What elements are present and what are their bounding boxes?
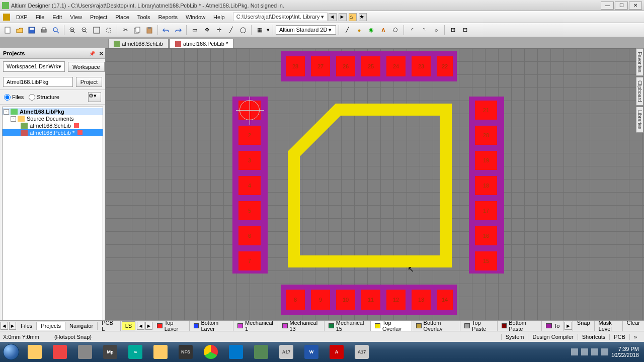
select-icon[interactable]: ▭ bbox=[189, 25, 200, 36]
minimize-button[interactable]: — bbox=[601, 2, 614, 10]
layer-nav-end[interactable]: ► bbox=[565, 322, 572, 330]
radio-structure[interactable]: Structure bbox=[29, 94, 59, 101]
menu-reports[interactable]: Reports bbox=[154, 13, 182, 22]
track-icon[interactable]: ╱ bbox=[225, 25, 236, 36]
btab-projects[interactable]: Projects bbox=[37, 322, 65, 330]
btab-nav-left[interactable]: ◄ bbox=[1, 322, 8, 330]
snap-button[interactable]: Snap bbox=[573, 320, 594, 331]
menu-dxp[interactable]: DXP bbox=[12, 13, 32, 22]
taskbar-altium1[interactable]: A17 bbox=[274, 343, 298, 361]
zoom-out-icon[interactable] bbox=[79, 25, 90, 36]
crosshair-icon[interactable]: ✛ bbox=[213, 25, 224, 36]
pad-15[interactable]: 15 bbox=[475, 251, 497, 270]
pcb-canvas[interactable]: 28 27 26 25 24 23 22 2 3 4 5 6 7 bbox=[106, 48, 644, 342]
layer-tab-bottom-overlay[interactable]: Bottom Overlay bbox=[412, 320, 460, 331]
menu-view[interactable]: View bbox=[66, 13, 86, 22]
arc2-tool-icon[interactable]: ◝ bbox=[419, 25, 430, 36]
cut-icon[interactable]: ✂ bbox=[120, 25, 131, 36]
zoom-fit-icon[interactable] bbox=[91, 25, 102, 36]
project-field[interactable]: Atmel168.LibPkg bbox=[3, 77, 73, 87]
move-icon[interactable]: ✥ bbox=[201, 25, 212, 36]
tab-pcblib[interactable]: atmel168.PcbLib * bbox=[170, 39, 233, 48]
string-tool-icon[interactable]: A bbox=[378, 25, 389, 36]
component-outline[interactable] bbox=[288, 104, 452, 267]
view-mode-select[interactable]: Altium Standard 2D ▾ bbox=[276, 25, 336, 35]
menu-file[interactable]: File bbox=[32, 13, 49, 22]
layer-tab-mechanical-1[interactable]: Mechanical 1 bbox=[233, 320, 278, 331]
new-icon[interactable] bbox=[2, 25, 13, 36]
taskbar-mp[interactable]: Mp bbox=[98, 343, 122, 361]
pad-16[interactable]: 16 bbox=[475, 226, 497, 245]
taskbar-app1[interactable] bbox=[48, 343, 72, 361]
layer-tab-top-overlay[interactable]: Top Overlay bbox=[371, 320, 412, 331]
pad-28[interactable]: 28 bbox=[286, 56, 305, 76]
sidetab-clipboard[interactable]: Clipboard bbox=[636, 77, 643, 106]
tree-file-pcblib[interactable]: atmel168.PcbLib * bbox=[3, 129, 103, 136]
layer-tab-to[interactable]: To bbox=[542, 320, 565, 331]
pad-10[interactable]: 10 bbox=[336, 290, 355, 310]
tray-flag-icon[interactable] bbox=[581, 348, 588, 355]
clear-button[interactable]: Clear bbox=[622, 320, 644, 331]
pad-2[interactable]: 2 bbox=[238, 126, 261, 145]
pad-21[interactable]: 21 bbox=[475, 101, 497, 120]
projects-options-icon[interactable]: ⚙▾ bbox=[88, 92, 101, 102]
maximize-button[interactable]: ☐ bbox=[615, 2, 628, 10]
pad-1[interactable] bbox=[238, 101, 261, 120]
arc3-tool-icon[interactable]: ○ bbox=[431, 25, 442, 36]
path-field[interactable]: C:\Users\rajat\Desktop\Int. Library ▾ bbox=[233, 13, 328, 21]
system-tray[interactable]: 7:39 PM 10/22/2018 bbox=[566, 345, 644, 359]
btab-files[interactable]: Files bbox=[17, 322, 37, 330]
status-pcb[interactable]: PCB bbox=[609, 334, 629, 340]
print-icon[interactable] bbox=[38, 25, 49, 36]
projects-tree[interactable]: -Atmel168.LibPkg -Source Documents atmel… bbox=[2, 107, 103, 340]
pad-19[interactable]: 19 bbox=[475, 151, 497, 170]
menu-project[interactable]: Project bbox=[86, 13, 111, 22]
mask-level-button[interactable]: Mask Level bbox=[594, 320, 622, 331]
pad-17[interactable]: 17 bbox=[475, 201, 497, 220]
menu-edit[interactable]: Edit bbox=[48, 13, 66, 22]
taskbar-acrobat[interactable]: A bbox=[325, 343, 349, 361]
pad-9[interactable]: 9 bbox=[311, 290, 330, 310]
via-tool-icon[interactable]: ◉ bbox=[366, 25, 377, 36]
taskbar-altium2[interactable]: A17 bbox=[350, 343, 374, 361]
nav-star-icon[interactable]: ★ bbox=[359, 13, 367, 21]
arc-tool-icon[interactable]: ◜ bbox=[407, 25, 418, 36]
region-tool-icon[interactable]: ⬠ bbox=[390, 25, 401, 36]
taskbar-explorer[interactable] bbox=[23, 343, 47, 361]
status-system[interactable]: System bbox=[501, 334, 528, 340]
sidetab-favorites[interactable]: Favorites bbox=[636, 48, 643, 76]
layer-tab-bottom-paste[interactable]: Bottom Paste bbox=[498, 320, 542, 331]
pad-18[interactable]: 18 bbox=[475, 176, 497, 195]
layer-tab-bottom-layer[interactable]: Bottom Layer bbox=[190, 320, 233, 331]
pad-13[interactable]: 13 bbox=[412, 290, 431, 310]
taskbar-explorer2[interactable] bbox=[148, 343, 173, 361]
grid-icon[interactable]: ▦ bbox=[254, 25, 265, 36]
btab-nav-right[interactable]: ► bbox=[9, 322, 17, 330]
menu-tools[interactable]: Tools bbox=[133, 13, 154, 22]
copy-icon[interactable] bbox=[132, 25, 143, 36]
taskbar-chrome[interactable] bbox=[199, 343, 223, 361]
line-tool-icon[interactable]: ╱ bbox=[342, 25, 353, 36]
radio-files[interactable]: Files bbox=[4, 94, 24, 101]
pad-4[interactable]: 4 bbox=[238, 176, 261, 195]
pad-27[interactable]: 27 bbox=[311, 56, 330, 76]
save-icon[interactable] bbox=[26, 25, 37, 36]
nav-back-icon[interactable]: ◄ bbox=[329, 13, 337, 21]
nav-home-icon[interactable]: ⌂ bbox=[349, 13, 357, 21]
pad-11[interactable]: 11 bbox=[361, 290, 380, 310]
open-icon[interactable] bbox=[14, 25, 25, 36]
start-button[interactable] bbox=[0, 342, 22, 362]
pad-25[interactable]: 25 bbox=[361, 56, 380, 76]
pad-5[interactable]: 5 bbox=[238, 201, 261, 220]
btab-pcb[interactable]: PCB L bbox=[98, 320, 121, 331]
tray-net-icon[interactable] bbox=[591, 348, 598, 355]
panel-close-icon[interactable]: ✕ bbox=[99, 51, 103, 56]
taskbar-nfs[interactable]: NFS bbox=[174, 343, 198, 361]
redo-icon[interactable] bbox=[173, 25, 184, 36]
dimension-tool-icon[interactable]: ⊟ bbox=[459, 25, 470, 36]
menu-place[interactable]: Place bbox=[111, 13, 133, 22]
tree-folder[interactable]: -Source Documents bbox=[3, 115, 103, 122]
taskbar-arduino[interactable]: ∞ bbox=[123, 343, 147, 361]
menu-window[interactable]: Window bbox=[182, 13, 209, 22]
tab-schlib[interactable]: atmel168.SchLib bbox=[108, 39, 169, 48]
